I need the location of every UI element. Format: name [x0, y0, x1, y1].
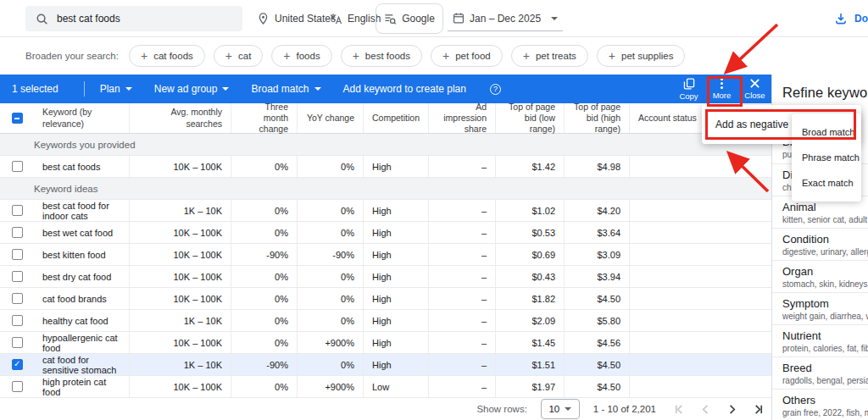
row-checkbox[interactable] [12, 359, 23, 370]
match-option[interactable]: Exact match [792, 170, 861, 196]
row-checkbox[interactable] [12, 315, 23, 326]
plan-menu-button[interactable]: Plan [100, 83, 132, 95]
download-icon [834, 12, 848, 25]
refine-category-organ[interactable]: Organstomach, skin, kidneys, bladder [772, 260, 868, 292]
table-body: Keywords you providedbest cat foods10K –… [0, 134, 771, 398]
checkbox-cell [0, 354, 34, 375]
download-label: Download [854, 13, 868, 25]
last-page-button[interactable] [752, 403, 765, 416]
help-icon[interactable]: ? [490, 84, 501, 95]
broaden-chip[interactable]: +foods [271, 45, 331, 67]
pager-controls [673, 403, 765, 416]
row-checkbox[interactable] [12, 227, 23, 238]
calendar-icon [453, 12, 465, 25]
plus-icon: + [141, 50, 147, 62]
row-checkbox[interactable] [12, 293, 23, 304]
row-checkbox[interactable] [12, 205, 23, 216]
table-cell: best cat foods [34, 156, 129, 177]
copy-icon [683, 78, 695, 90]
language-selector[interactable]: English [329, 0, 381, 37]
pagination-bar: Show rows: 10 1 - 10 of 2,201 [0, 398, 771, 420]
broaden-chip[interactable]: +cat [214, 45, 264, 67]
column-header[interactable]: Ad impression share [428, 103, 495, 133]
row-checkbox[interactable] [12, 271, 23, 282]
location-selector[interactable]: United States [257, 0, 336, 37]
column-header[interactable]: Avg. monthly searches [129, 103, 231, 133]
chevron-down-icon [551, 17, 558, 20]
copy-button[interactable]: Copy [672, 75, 705, 103]
table-cell: $3.94 [564, 266, 629, 287]
table-cell: $0.69 [495, 244, 564, 265]
match-option[interactable]: Phrase match [792, 145, 861, 170]
column-header[interactable]: Keyword (by relevance) [34, 103, 129, 133]
table-cell: $4.50 [564, 376, 629, 397]
add-keyword-button[interactable]: Add keyword to create plan [343, 83, 466, 95]
column-header[interactable]: YoY change [297, 103, 363, 133]
table-cell: High [363, 244, 428, 265]
category-examples: weight gain, diarrhea, weight loss [782, 312, 868, 321]
new-ad-group-button[interactable]: New ad group [154, 83, 230, 95]
annotation-box-popup [705, 109, 856, 140]
column-header[interactable]: Three month change [231, 103, 297, 133]
table-cell: +900% [297, 332, 363, 353]
refine-category-condition[interactable]: Conditiondigestive, urinary, allergies, … [772, 228, 868, 260]
category-name: Condition [782, 233, 868, 246]
broaden-chip[interactable]: +pet food [431, 45, 503, 67]
keyword-search-box[interactable] [25, 6, 242, 31]
table-cell: $1.45 [495, 332, 564, 353]
column-header[interactable]: Top of page bid (high range) [564, 103, 629, 133]
table-cell: 10K – 100K [129, 332, 231, 353]
row-checkbox[interactable] [12, 249, 23, 260]
table-cell: $4.56 [564, 332, 629, 353]
network-selector[interactable]: Google [376, 3, 443, 34]
table-row: best wet cat food10K – 100K0%0%High–$0.5… [0, 222, 771, 244]
broaden-chip[interactable]: +cat foods [129, 45, 205, 67]
category-name: Organ [782, 265, 868, 278]
table-cell [629, 332, 771, 353]
broaden-chip[interactable]: +pet treats [511, 45, 588, 67]
table-cell: 0% [297, 222, 363, 243]
table-cell: $1.51 [495, 354, 564, 375]
close-button[interactable]: Close [738, 75, 771, 103]
table-cell: $3.64 [564, 222, 629, 243]
row-checkbox[interactable] [12, 337, 23, 348]
table-cell: – [428, 244, 495, 265]
table-cell: 0% [231, 200, 297, 221]
column-header[interactable]: Competition [363, 103, 428, 133]
chip-label: cat [238, 51, 251, 61]
refine-category-others[interactable]: Othersgrain free, 2022, fish, month, 202… [772, 389, 868, 420]
first-page-button[interactable] [673, 403, 686, 416]
table-cell: Low [363, 376, 428, 397]
table-row: cat food for sensitive stomach1K – 10K-9… [0, 354, 771, 376]
refine-category-symptom[interactable]: Symptomweight gain, diarrhea, weight los… [772, 292, 868, 324]
date-range-selector[interactable]: Jan – Dec 2025 [448, 6, 563, 31]
plus-icon: + [523, 50, 530, 62]
select-all-cell [0, 103, 34, 133]
refine-category-breed[interactable]: Breedragdolls, bengal, persian cat, main… [772, 356, 868, 389]
match-type-button[interactable]: Broad match [251, 83, 320, 95]
refine-category-nutrient[interactable]: Nutrientprotein, calories, fat, fiber, p… [772, 324, 868, 356]
table-cell: -90% [297, 244, 363, 265]
row-checkbox[interactable] [12, 161, 23, 172]
table-cell [629, 288, 771, 309]
table-cell: $1.82 [495, 288, 564, 309]
table-cell [629, 266, 771, 287]
column-header[interactable]: Top of page bid (low range) [495, 103, 564, 133]
broaden-chip[interactable]: +pet supplies [597, 45, 686, 67]
prev-page-button[interactable] [699, 403, 712, 416]
download-button[interactable]: Download [834, 0, 868, 37]
select-all-checkbox[interactable] [12, 113, 23, 124]
broaden-chip[interactable]: +best foods [341, 45, 422, 67]
table-cell: 0% [231, 288, 297, 309]
table-cell: -90% [231, 354, 297, 375]
plus-icon: + [609, 50, 615, 62]
next-page-button[interactable] [726, 403, 738, 416]
table-cell: +900% [297, 376, 363, 397]
checkbox-cell [0, 222, 34, 243]
table-cell: $4.50 [564, 288, 629, 309]
rows-per-page-select[interactable]: 10 [541, 399, 580, 419]
annotation-box-more [707, 76, 743, 107]
row-checkbox[interactable] [12, 381, 23, 392]
search-input[interactable] [57, 13, 209, 25]
checkbox-cell [0, 244, 34, 265]
